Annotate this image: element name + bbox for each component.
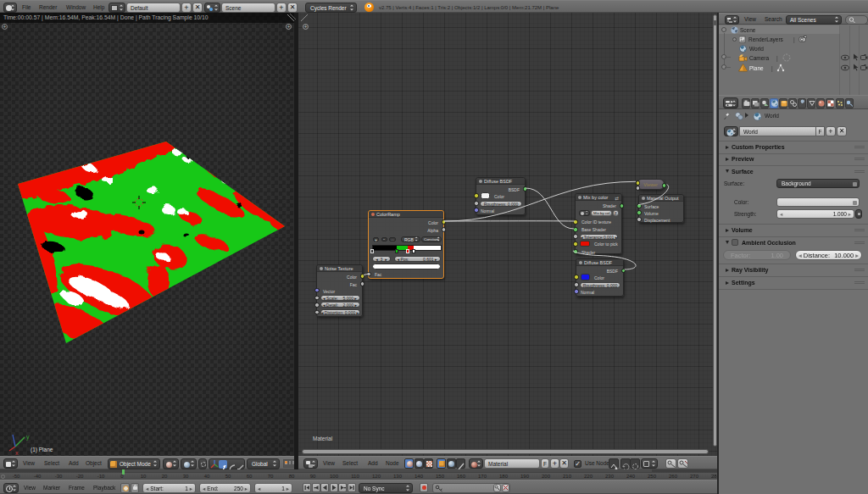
svg-text:x: x — [15, 450, 19, 456]
svg-text:y: y — [26, 434, 30, 441]
